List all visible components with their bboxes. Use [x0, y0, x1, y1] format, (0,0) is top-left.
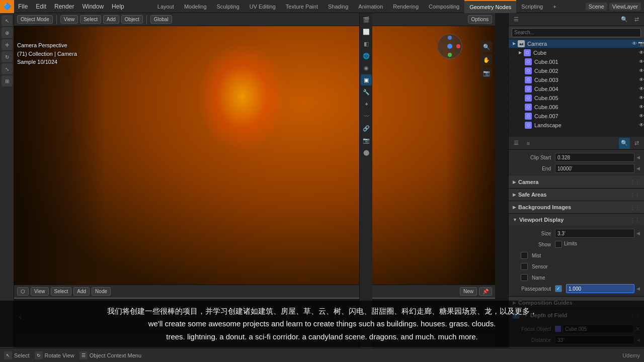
cube006-eye-icon[interactable]: 👁: [639, 104, 644, 110]
camera-section-more[interactable]: ⋮⋮: [630, 179, 640, 185]
viewport-3d[interactable]: Camera Perspective (71) Collection | Cam…: [14, 26, 495, 285]
dof-enable-checkbox[interactable]: ✓: [513, 312, 520, 319]
props-sync-icon[interactable]: ⇄: [631, 138, 642, 149]
cube-eye-icon[interactable]: 👁: [639, 50, 644, 55]
passepartout-checkbox[interactable]: ✓: [555, 285, 562, 292]
viewport-object-btn[interactable]: Object: [121, 15, 143, 24]
safe-areas-more[interactable]: ⋮⋮: [630, 192, 640, 198]
viewport-display-header[interactable]: ▼ Viewport Display ⋮⋮: [509, 214, 644, 226]
outliner-item-cube003[interactable]: ⬡ Cube.003 👁: [509, 75, 644, 84]
props-icon-output[interactable]: ⬜: [361, 26, 372, 37]
cube003-eye-icon[interactable]: 👁: [639, 77, 644, 82]
tab-modeling[interactable]: Modeling: [179, 0, 212, 13]
viewport-hand-icon[interactable]: ✋: [481, 54, 492, 65]
bg-images-more[interactable]: ⋮⋮: [630, 205, 640, 210]
scene-selector[interactable]: Scene: [586, 3, 607, 11]
outliner-icon-search[interactable]: 🔍: [619, 14, 630, 25]
node-editor-type-btn[interactable]: ⬡: [17, 287, 29, 296]
tab-geometry-nodes[interactable]: Geometry Nodes: [464, 0, 516, 13]
props-icon-scene[interactable]: 🌐: [361, 50, 372, 61]
clip-end-value[interactable]: 10000': [555, 164, 634, 173]
focus-object-clear-btn[interactable]: ✕: [635, 326, 640, 332]
render-icon[interactable]: 📷: [638, 41, 644, 46]
viewport-mode-btn[interactable]: Object Mode: [17, 15, 53, 24]
node-node-btn[interactable]: Node: [92, 287, 111, 296]
props-icon-material[interactable]: ⬤: [361, 147, 372, 158]
cube005-eye-icon[interactable]: 👁: [639, 95, 644, 101]
vp-display-more[interactable]: ⋮⋮: [630, 217, 640, 223]
cube004-eye-icon[interactable]: 👁: [639, 86, 644, 92]
viewport-zoom-icon[interactable]: 🔍: [481, 41, 492, 52]
menu-window[interactable]: Window: [78, 0, 108, 13]
props-icon-object[interactable]: ▣: [361, 74, 372, 85]
outliner-item-cube007[interactable]: ⬡ Cube.007 👁: [509, 112, 644, 121]
tool-cursor[interactable]: ⊕: [2, 27, 13, 38]
node-add-btn[interactable]: Add: [73, 287, 90, 296]
tool-rotate[interactable]: ↻: [2, 51, 13, 62]
props-icon-world[interactable]: ◉: [361, 62, 372, 73]
tab-rendering[interactable]: Rendering: [388, 0, 424, 13]
outliner-icon-filter[interactable]: ☰: [511, 14, 522, 25]
viewport-add-btn[interactable]: Add: [103, 15, 119, 24]
props-icon-modifier[interactable]: 🔧: [361, 86, 372, 98]
node-editor-body[interactable]: ‹: [14, 299, 495, 335]
props-icon-render[interactable]: 🎬: [361, 14, 372, 25]
viewport-select-btn[interactable]: Select: [80, 15, 101, 24]
viewport-view-btn[interactable]: View: [60, 15, 78, 24]
props-icon-constraints[interactable]: 🔗: [361, 123, 372, 134]
tool-select[interactable]: ↖: [2, 15, 13, 26]
props-icon-particles[interactable]: ✦: [361, 99, 372, 110]
node-editor[interactable]: ‹: [14, 298, 495, 348]
node-view-btn[interactable]: View: [31, 287, 49, 296]
menu-edit[interactable]: Edit: [32, 0, 50, 13]
cube001-eye-icon[interactable]: 👁: [639, 59, 644, 64]
outliner-icon-sync[interactable]: ⇄: [631, 14, 642, 25]
focus-object-value[interactable]: Cube.005: [562, 324, 634, 333]
outliner-item-cube[interactable]: ▶ ⬡ Cube 👁: [509, 48, 644, 57]
props-search-icon[interactable]: 🔍: [619, 138, 630, 149]
tool-transform[interactable]: ⊞: [2, 75, 13, 86]
background-images-header[interactable]: ▶ Background Images ⋮⋮: [509, 201, 644, 213]
dof-header[interactable]: ✓ ▼ Depth of Field ⋮⋮: [509, 309, 644, 321]
outliner-search-input[interactable]: [512, 28, 641, 37]
node-pin-btn[interactable]: 📌: [479, 287, 492, 296]
safe-areas-header[interactable]: ▶ Safe Areas ⋮⋮: [509, 189, 644, 201]
sensor-checkbox[interactable]: [521, 263, 528, 270]
outliner-item-cube001[interactable]: ⬡ Cube.001 👁: [509, 57, 644, 66]
props-icon-data[interactable]: 📷: [361, 135, 372, 146]
dof-more[interactable]: ⋮⋮: [630, 313, 640, 318]
props-filter-icon[interactable]: ☰: [511, 138, 522, 149]
outliner-item-cube004[interactable]: ⬡ Cube.004 👁: [509, 84, 644, 94]
props-icon-view-layer[interactable]: ◧: [361, 38, 372, 49]
tab-compositing[interactable]: Compositing: [424, 0, 464, 13]
outliner-item-cube002[interactable]: ⬡ Cube.002 👁: [509, 66, 644, 75]
size-value[interactable]: 3.3': [555, 229, 634, 238]
node-new-btn[interactable]: New: [460, 287, 477, 296]
tab-shading[interactable]: Shading: [323, 0, 353, 13]
outliner-item-landscape[interactable]: ⬡ Landscape 👁: [509, 121, 644, 130]
mist-checkbox[interactable]: [521, 252, 528, 259]
view-layer-selector[interactable]: ViewLayer: [609, 3, 641, 11]
clip-start-value[interactable]: 0.328: [555, 153, 634, 162]
cube007-eye-icon[interactable]: 👁: [639, 113, 644, 119]
props-list-icon[interactable]: ≡: [523, 138, 534, 149]
tab-add[interactable]: +: [548, 0, 561, 13]
tab-uv-editing[interactable]: UV Editing: [245, 0, 281, 13]
menu-render[interactable]: Render: [50, 0, 78, 13]
viewport-gizmo[interactable]: [435, 31, 465, 61]
viewport-options-btn[interactable]: Options: [468, 15, 492, 24]
comp-guides-more[interactable]: ⋮⋮: [630, 300, 640, 306]
tab-scripting[interactable]: Scripting: [516, 0, 548, 13]
tab-sculpting[interactable]: Sculpting: [212, 0, 245, 13]
tab-texture-paint[interactable]: Texture Paint: [281, 0, 323, 13]
tool-scale[interactable]: ⤡: [2, 63, 13, 74]
cube002-eye-icon[interactable]: 👁: [639, 68, 644, 73]
distance-value[interactable]: 33': [555, 335, 634, 344]
menu-help[interactable]: Help: [108, 0, 128, 13]
props-icon-physics[interactable]: 〰: [361, 111, 372, 122]
outliner-item-cube005[interactable]: ⬡ Cube.005 👁: [509, 94, 644, 103]
node-select-btn[interactable]: Select: [51, 287, 72, 296]
tool-move[interactable]: ✛: [2, 39, 13, 50]
passepartout-value[interactable]: 1.000: [566, 284, 634, 293]
outliner-item-camera[interactable]: ▶ 📷 Camera 👁 📷: [509, 39, 644, 48]
